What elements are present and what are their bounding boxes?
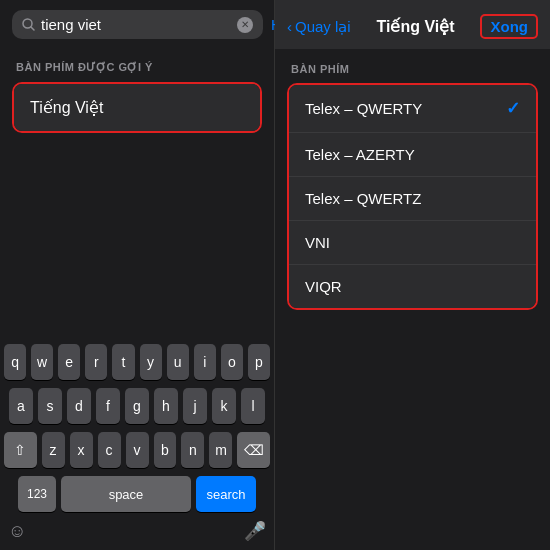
option-label: Telex – QWERTZ — [305, 190, 421, 207]
search-input[interactable] — [41, 16, 231, 33]
option-label: VIQR — [305, 278, 342, 295]
option-viqr[interactable]: VIQR — [289, 265, 536, 308]
key-v[interactable]: v — [126, 432, 149, 468]
key-t[interactable]: t — [112, 344, 134, 380]
bottom-bar: ☺ 🎤 — [0, 516, 274, 550]
keyboard-options-box: Telex – QWERTY ✓ Telex – AZERTY Telex – … — [287, 83, 538, 310]
keyboard-section-label: BÀN PHÍM — [275, 49, 550, 79]
left-panel: ✕ Hủy BÀN PHÍM ĐƯỢC GỢI Ý Tiếng Việt q w… — [0, 0, 275, 550]
key-h[interactable]: h — [154, 388, 178, 424]
search-key[interactable]: search — [196, 476, 256, 512]
key-j[interactable]: j — [183, 388, 207, 424]
option-telex-azerty[interactable]: Telex – AZERTY — [289, 133, 536, 177]
key-p[interactable]: p — [248, 344, 270, 380]
key-y[interactable]: y — [140, 344, 162, 380]
key-k[interactable]: k — [212, 388, 236, 424]
back-label: Quay lại — [295, 18, 351, 36]
key-i[interactable]: i — [194, 344, 216, 380]
option-label: Telex – QWERTY — [305, 100, 422, 117]
key-s[interactable]: s — [38, 388, 62, 424]
key-d[interactable]: d — [67, 388, 91, 424]
back-button[interactable]: ‹ Quay lại — [287, 18, 351, 36]
key-m[interactable]: m — [209, 432, 232, 468]
search-bar: ✕ Hủy — [0, 0, 274, 49]
keyboard-row-4: 123 space search — [4, 476, 270, 512]
nav-title: Tiếng Việt — [377, 17, 455, 36]
search-icon — [22, 18, 35, 31]
done-button[interactable]: Xong — [480, 14, 538, 39]
option-vni[interactable]: VNI — [289, 221, 536, 265]
key-g[interactable]: g — [125, 388, 149, 424]
suggestion-section-label: BÀN PHÍM ĐƯỢC GỢI Ý — [0, 49, 274, 78]
keyboard-row-2: a s d f g h j k l — [4, 388, 270, 424]
clear-button[interactable]: ✕ — [237, 17, 253, 33]
shift-key[interactable]: ⇧ — [4, 432, 37, 468]
search-input-wrapper: ✕ — [12, 10, 263, 39]
key-b[interactable]: b — [154, 432, 177, 468]
keyboard-row-3: ⇧ z x c v b n m ⌫ — [4, 432, 270, 468]
key-w[interactable]: w — [31, 344, 53, 380]
key-f[interactable]: f — [96, 388, 120, 424]
suggestion-item-tieng-viet[interactable]: Tiếng Việt — [14, 84, 260, 131]
option-label: VNI — [305, 234, 330, 251]
key-n[interactable]: n — [181, 432, 204, 468]
key-l[interactable]: l — [241, 388, 265, 424]
keyboard-rows: q w e r t y u i o p a s d f g h j k l — [0, 336, 274, 516]
key-c[interactable]: c — [98, 432, 121, 468]
svg-line-1 — [31, 27, 34, 30]
suggestion-box: Tiếng Việt — [12, 82, 262, 133]
keyboard-area: q w e r t y u i o p a s d f g h j k l — [0, 336, 274, 550]
key-u[interactable]: u — [167, 344, 189, 380]
chevron-left-icon: ‹ — [287, 18, 292, 35]
right-panel: ‹ Quay lại Tiếng Việt Xong BÀN PHÍM Tele… — [275, 0, 550, 550]
numbers-key[interactable]: 123 — [18, 476, 56, 512]
key-q[interactable]: q — [4, 344, 26, 380]
key-a[interactable]: a — [9, 388, 33, 424]
nav-bar: ‹ Quay lại Tiếng Việt Xong — [275, 0, 550, 49]
microphone-button[interactable]: 🎤 — [244, 520, 266, 542]
key-o[interactable]: o — [221, 344, 243, 380]
space-key[interactable]: space — [61, 476, 191, 512]
checkmark-icon: ✓ — [506, 98, 520, 119]
key-z[interactable]: z — [42, 432, 65, 468]
emoji-button[interactable]: ☺ — [8, 521, 26, 542]
option-label: Telex – AZERTY — [305, 146, 415, 163]
option-telex-qwertz[interactable]: Telex – QWERTZ — [289, 177, 536, 221]
key-e[interactable]: e — [58, 344, 80, 380]
backspace-key[interactable]: ⌫ — [237, 432, 270, 468]
key-r[interactable]: r — [85, 344, 107, 380]
keyboard-row-1: q w e r t y u i o p — [4, 344, 270, 380]
option-telex-qwerty[interactable]: Telex – QWERTY ✓ — [289, 85, 536, 133]
key-x[interactable]: x — [70, 432, 93, 468]
